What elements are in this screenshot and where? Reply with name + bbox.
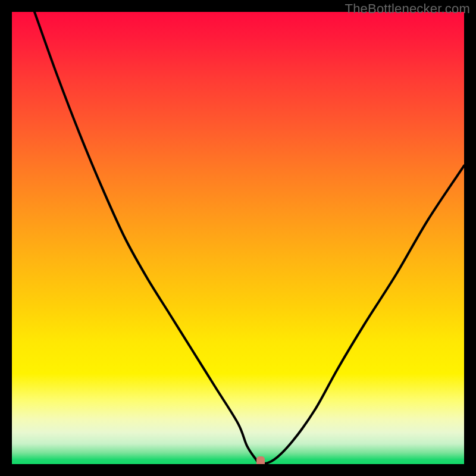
watermark-text: TheBottlenecker.com [345,1,470,17]
bottleneck-curve [12,12,464,464]
plot-area [12,12,464,464]
curve-path [35,12,464,464]
optimal-point-marker [256,456,265,464]
chart-frame: TheBottlenecker.com [0,0,476,476]
